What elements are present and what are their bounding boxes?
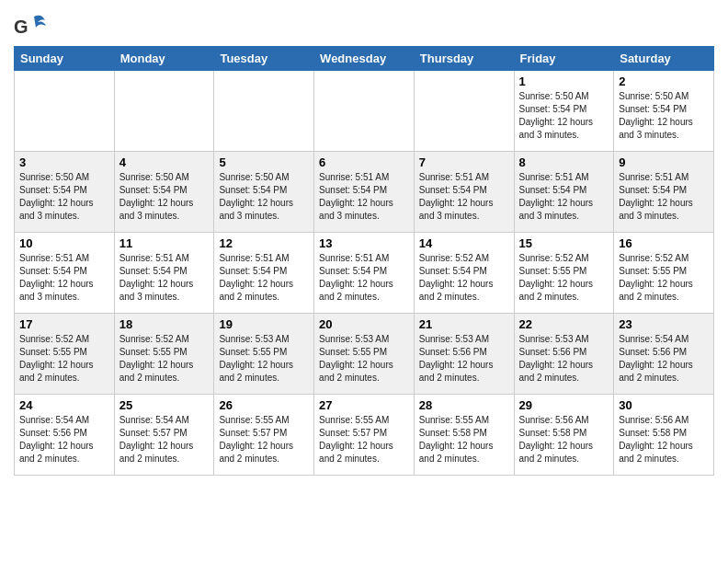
- cell-info: Sunrise: 5:54 AM: [119, 414, 210, 427]
- cell-info: Sunset: 5:54 PM: [119, 265, 210, 278]
- cell-info: Sunset: 5:58 PM: [519, 427, 609, 440]
- cell-info: Daylight: 12 hours: [419, 359, 509, 372]
- calendar-cell: 15Sunrise: 5:52 AMSunset: 5:55 PMDayligh…: [514, 233, 614, 314]
- day-number: 9: [619, 155, 709, 169]
- cell-info: Daylight: 12 hours: [19, 278, 109, 291]
- cell-info: Sunrise: 5:55 AM: [219, 414, 309, 427]
- cell-info: and 2 minutes.: [219, 453, 309, 465]
- calendar-cell: 6Sunrise: 5:51 AMSunset: 5:54 PMDaylight…: [314, 152, 415, 233]
- day-number: 27: [319, 398, 409, 412]
- cell-info: Daylight: 12 hours: [319, 359, 409, 372]
- cell-info: Daylight: 12 hours: [119, 197, 210, 210]
- day-number: 17: [19, 317, 109, 331]
- cell-info: Daylight: 12 hours: [219, 440, 309, 453]
- cell-info: Sunset: 5:54 PM: [19, 184, 109, 197]
- cell-info: Sunset: 5:56 PM: [419, 346, 509, 359]
- cell-info: and 2 minutes.: [519, 453, 609, 465]
- calendar-cell: 26Sunrise: 5:55 AMSunset: 5:57 PMDayligh…: [214, 395, 314, 476]
- day-number: 23: [619, 317, 709, 331]
- cell-info: Sunrise: 5:50 AM: [19, 171, 109, 184]
- day-number: 30: [619, 398, 709, 412]
- calendar-cell: 21Sunrise: 5:53 AMSunset: 5:56 PMDayligh…: [414, 314, 514, 395]
- cell-info: and 2 minutes.: [319, 372, 409, 385]
- calendar-cell: 16Sunrise: 5:52 AMSunset: 5:55 PMDayligh…: [614, 233, 714, 314]
- calendar-cell: 24Sunrise: 5:54 AMSunset: 5:56 PMDayligh…: [15, 395, 115, 476]
- cell-info: and 3 minutes.: [19, 291, 109, 304]
- day-number: 20: [319, 317, 409, 331]
- cell-info: Daylight: 12 hours: [219, 359, 309, 372]
- cell-info: Sunrise: 5:51 AM: [319, 171, 409, 184]
- day-number: 19: [219, 317, 309, 331]
- calendar-week-row: 24Sunrise: 5:54 AMSunset: 5:56 PMDayligh…: [15, 395, 714, 476]
- cell-info: Sunrise: 5:50 AM: [119, 171, 210, 184]
- cell-info: Sunset: 5:58 PM: [619, 427, 709, 440]
- day-number: 22: [519, 317, 609, 331]
- calendar-header-cell: Thursday: [414, 47, 514, 71]
- cell-info: and 3 minutes.: [619, 129, 709, 142]
- cell-info: Sunset: 5:55 PM: [519, 265, 609, 278]
- cell-info: Sunrise: 5:56 AM: [519, 414, 609, 427]
- cell-info: Daylight: 12 hours: [619, 116, 709, 129]
- calendar-week-row: 1Sunrise: 5:50 AMSunset: 5:54 PMDaylight…: [15, 71, 714, 152]
- cell-info: and 3 minutes.: [119, 210, 210, 223]
- day-number: 25: [119, 398, 210, 412]
- day-number: 28: [419, 398, 509, 412]
- calendar-cell: [314, 71, 415, 152]
- cell-info: Sunrise: 5:51 AM: [519, 171, 609, 184]
- day-number: 12: [219, 236, 309, 250]
- cell-info: and 2 minutes.: [519, 372, 609, 385]
- day-number: 10: [19, 236, 109, 250]
- cell-info: Sunset: 5:54 PM: [419, 184, 509, 197]
- cell-info: Sunset: 5:54 PM: [19, 265, 109, 278]
- calendar-header-row: SundayMondayTuesdayWednesdayThursdayFrid…: [15, 47, 714, 71]
- cell-info: Sunrise: 5:53 AM: [419, 333, 509, 346]
- calendar-header-cell: Wednesday: [314, 47, 415, 71]
- day-number: 16: [619, 236, 709, 250]
- calendar-cell: 3Sunrise: 5:50 AMSunset: 5:54 PMDaylight…: [15, 152, 115, 233]
- cell-info: Daylight: 12 hours: [619, 440, 709, 453]
- calendar-cell: [414, 71, 514, 152]
- calendar-cell: 10Sunrise: 5:51 AMSunset: 5:54 PMDayligh…: [15, 233, 115, 314]
- cell-info: and 3 minutes.: [319, 210, 409, 223]
- day-number: 3: [19, 155, 109, 169]
- cell-info: Daylight: 12 hours: [419, 278, 509, 291]
- cell-info: Daylight: 12 hours: [519, 278, 609, 291]
- cell-info: Sunrise: 5:53 AM: [219, 333, 309, 346]
- day-number: 8: [519, 155, 609, 169]
- cell-info: Daylight: 12 hours: [519, 116, 609, 129]
- calendar-cell: 17Sunrise: 5:52 AMSunset: 5:55 PMDayligh…: [15, 314, 115, 395]
- cell-info: and 3 minutes.: [519, 129, 609, 142]
- calendar-cell: [15, 71, 115, 152]
- calendar-cell: 19Sunrise: 5:53 AMSunset: 5:55 PMDayligh…: [214, 314, 314, 395]
- cell-info: Sunrise: 5:53 AM: [519, 333, 609, 346]
- cell-info: Sunset: 5:54 PM: [519, 103, 609, 116]
- cell-info: Sunset: 5:55 PM: [319, 346, 409, 359]
- cell-info: Sunrise: 5:52 AM: [19, 333, 109, 346]
- cell-info: Sunset: 5:54 PM: [119, 184, 210, 197]
- cell-info: Daylight: 12 hours: [319, 440, 409, 453]
- cell-info: and 2 minutes.: [19, 372, 109, 385]
- calendar-cell: 8Sunrise: 5:51 AMSunset: 5:54 PMDaylight…: [514, 152, 614, 233]
- cell-info: Sunrise: 5:52 AM: [119, 333, 210, 346]
- logo-icon: G: [14, 13, 47, 40]
- day-number: 13: [319, 236, 409, 250]
- calendar-cell: 30Sunrise: 5:56 AMSunset: 5:58 PMDayligh…: [614, 395, 714, 476]
- cell-info: Sunrise: 5:51 AM: [419, 171, 509, 184]
- cell-info: Sunrise: 5:51 AM: [19, 252, 109, 265]
- cell-info: Sunrise: 5:56 AM: [619, 414, 709, 427]
- calendar-cell: 1Sunrise: 5:50 AMSunset: 5:54 PMDaylight…: [514, 71, 614, 152]
- cell-info: Sunrise: 5:50 AM: [519, 90, 609, 103]
- calendar-cell: 29Sunrise: 5:56 AMSunset: 5:58 PMDayligh…: [514, 395, 614, 476]
- cell-info: and 3 minutes.: [519, 210, 609, 223]
- logo: G: [14, 13, 49, 40]
- cell-info: Sunset: 5:54 PM: [619, 103, 709, 116]
- day-number: 5: [219, 155, 309, 169]
- calendar-cell: 25Sunrise: 5:54 AMSunset: 5:57 PMDayligh…: [114, 395, 214, 476]
- cell-info: Sunset: 5:54 PM: [419, 265, 509, 278]
- cell-info: and 3 minutes.: [119, 291, 210, 304]
- svg-text:G: G: [14, 17, 28, 37]
- calendar-cell: 23Sunrise: 5:54 AMSunset: 5:56 PMDayligh…: [614, 314, 714, 395]
- cell-info: Sunrise: 5:54 AM: [619, 333, 709, 346]
- calendar-week-row: 17Sunrise: 5:52 AMSunset: 5:55 PMDayligh…: [15, 314, 714, 395]
- cell-info: Sunrise: 5:54 AM: [19, 414, 109, 427]
